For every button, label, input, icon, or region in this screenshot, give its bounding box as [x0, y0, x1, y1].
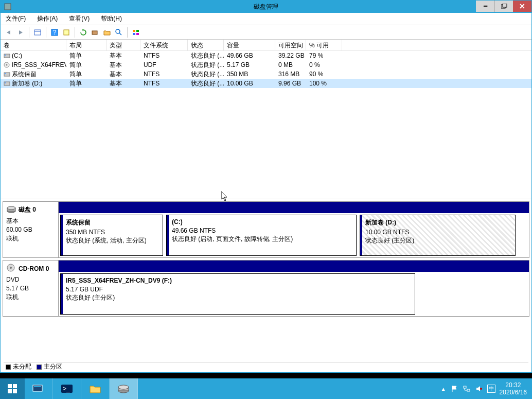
- cell-filesystem: NTFS: [140, 71, 188, 78]
- volume-icon: [4, 71, 11, 77]
- table-row[interactable]: (C:)简单基本NTFS状态良好 (...49.66 GB39.22 GB79 …: [1, 51, 531, 60]
- col-pct[interactable]: % 可用: [306, 40, 342, 50]
- col-free[interactable]: 可用空间: [275, 40, 306, 50]
- cell-status: 状态良好 (...: [188, 70, 224, 79]
- disk-panel[interactable]: 磁盘 0基本60.00 GB联机系统保留350 MB NTFS状态良好 (系统,…: [1, 199, 531, 372]
- restore-button[interactable]: [494, 1, 513, 12]
- menu-help[interactable]: 帮助(H): [99, 13, 124, 24]
- tray-date: 2020/6/16: [500, 389, 527, 396]
- partition[interactable]: 系统保留350 MB NTFS状态良好 (系统, 活动, 主分区): [60, 215, 163, 256]
- volume-name: IR5_SSS_X64FREV...: [12, 61, 66, 68]
- partition-title: 系统保留: [64, 218, 159, 227]
- partition[interactable]: (C:)49.66 GB NTFS状态良好 (启动, 页面文件, 故障转储, 主…: [166, 215, 357, 256]
- disk-state: 联机: [6, 293, 55, 302]
- partition-title: IR5_SSS_X64FREV_ZH-CN_DV9 (F:): [64, 277, 412, 284]
- cell-filesystem: NTFS: [140, 52, 188, 59]
- tray-ime-icon[interactable]: 中: [487, 385, 495, 393]
- col-filesystem[interactable]: 文件系统: [140, 40, 188, 50]
- col-status[interactable]: 状态: [188, 40, 224, 50]
- cell-capacity: 350 MB: [224, 71, 275, 78]
- partition-status: 状态良好 (系统, 活动, 主分区): [64, 236, 159, 245]
- menu-action[interactable]: 操作(A): [35, 13, 60, 24]
- back-button[interactable]: [4, 27, 14, 38]
- list-button[interactable]: [131, 27, 141, 38]
- disk-icon: [6, 264, 16, 273]
- svg-text:>_: >_: [63, 385, 70, 392]
- volume-icon: [4, 53, 11, 59]
- partition-title: (C:): [170, 218, 353, 225]
- svg-rect-31: [13, 389, 17, 393]
- col-volume[interactable]: 卷: [1, 40, 66, 50]
- svg-rect-7: [64, 30, 69, 35]
- refresh-button[interactable]: [78, 27, 88, 38]
- partition-size: 350 MB NTFS: [64, 228, 159, 236]
- table-row[interactable]: 系统保留简单基本NTFS状态良好 (...350 MB316 MB90 %: [1, 70, 531, 79]
- volume-name: 系统保留: [12, 70, 37, 79]
- toolbar: ?: [1, 25, 531, 40]
- table-row[interactable]: IR5_SSS_X64FREV...简单基本UDF状态良好 (...5.17 G…: [1, 60, 531, 70]
- disk-kind: DVD: [6, 275, 55, 284]
- svg-rect-39: [464, 386, 466, 388]
- tray-clock[interactable]: 20:32 2020/6/16: [500, 381, 527, 396]
- task-server-manager[interactable]: [25, 378, 53, 399]
- svg-rect-11: [133, 30, 135, 32]
- svg-point-9: [116, 29, 120, 33]
- show-hide-button[interactable]: [32, 27, 43, 38]
- svg-point-27: [10, 267, 12, 269]
- cell-free: 9.96 GB: [275, 80, 306, 87]
- partition-headerbar: [59, 202, 529, 213]
- menu-file[interactable]: 文件(F): [4, 13, 28, 24]
- window-title: 磁盘管理: [254, 3, 278, 11]
- partition-size: 10.00 GB NTFS: [363, 228, 512, 236]
- find-button[interactable]: [114, 27, 124, 38]
- disk-row: CD-ROM 0DVD5.17 GB联机IR5_SSS_X64FREV_ZH-C…: [3, 260, 529, 317]
- help-button[interactable]: ?: [49, 27, 60, 38]
- properties-button[interactable]: [61, 27, 72, 38]
- svg-rect-40: [467, 389, 470, 391]
- partition-status: 状态良好 (主分区): [363, 236, 512, 245]
- start-button[interactable]: [0, 378, 25, 399]
- tray-flag-icon[interactable]: [450, 385, 458, 393]
- col-capacity[interactable]: 容量: [224, 40, 275, 50]
- task-powershell[interactable]: >_: [53, 378, 81, 399]
- forward-button[interactable]: [15, 27, 26, 38]
- tray-network-icon[interactable]: [463, 385, 471, 393]
- svg-point-25: [7, 206, 15, 210]
- volume-name: 新加卷 (D:): [12, 79, 42, 88]
- cell-status: 状态良好 (...: [188, 51, 224, 60]
- rescan-button[interactable]: [90, 27, 100, 38]
- disk-size: 5.17 GB: [6, 284, 55, 293]
- table-row[interactable]: 新加卷 (D:)简单基本NTFS状态良好 (...10.00 GB9.96 GB…: [1, 79, 531, 88]
- volume-icon: [4, 80, 11, 86]
- partition[interactable]: 新加卷 (D:)10.00 GB NTFS状态良好 (主分区): [360, 215, 516, 256]
- col-type[interactable]: 类型: [107, 40, 140, 50]
- cell-layout: 简单: [66, 51, 107, 60]
- disk-size: 60.00 GB: [6, 225, 55, 234]
- tray-sound-icon[interactable]: [475, 385, 483, 393]
- task-explorer[interactable]: [81, 378, 110, 399]
- col-layout[interactable]: 布局: [66, 40, 107, 50]
- task-disk-management[interactable]: [110, 378, 138, 399]
- svg-rect-13: [133, 33, 135, 35]
- partition[interactable]: IR5_SSS_X64FREV_ZH-CN_DV9 (F:)5.17 GB UD…: [60, 273, 415, 315]
- menu-bar: 文件(F) 操作(A) 查看(V) 帮助(H): [1, 13, 531, 25]
- cell-type: 基本: [107, 61, 140, 70]
- cell-layout: 简单: [66, 79, 107, 88]
- cell-filesystem: UDF: [140, 61, 188, 68]
- legend: 未分配 主分区: [4, 362, 528, 371]
- svg-rect-12: [136, 30, 139, 32]
- title-bar: 磁盘管理 ━ ✕: [1, 1, 531, 13]
- svg-point-38: [118, 385, 129, 389]
- tray-arrow-icon[interactable]: ▲: [441, 386, 446, 392]
- minimize-button[interactable]: ━: [476, 1, 494, 12]
- partition-size: 49.66 GB NTFS: [170, 227, 353, 235]
- cell-layout: 简单: [66, 70, 107, 79]
- tray-time: 20:32: [500, 381, 527, 389]
- close-button[interactable]: ✕: [513, 1, 531, 12]
- cell-pct: 100 %: [306, 80, 342, 87]
- svg-text:?: ?: [53, 29, 57, 36]
- cell-capacity: 49.66 GB: [224, 52, 275, 59]
- folder-button[interactable]: [102, 27, 112, 38]
- volumes-table[interactable]: 卷 布局 类型 文件系统 状态 容量 可用空间 % 可用 (C:)简单基本NTF…: [1, 40, 531, 199]
- menu-view[interactable]: 查看(V): [67, 13, 92, 24]
